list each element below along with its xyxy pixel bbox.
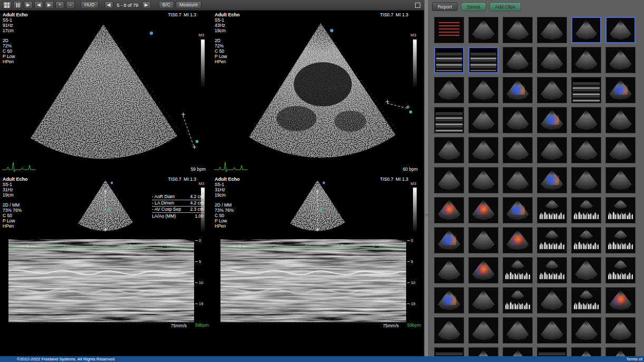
thumbnail[interactable]	[537, 77, 567, 103]
measure-button[interactable]: Measure	[176, 1, 201, 9]
zoom-in-button[interactable]: +	[55, 1, 64, 9]
thumbnail[interactable]	[503, 17, 533, 43]
terms-link[interactable]: Terms of	[626, 357, 642, 361]
thumbnail[interactable]	[434, 137, 464, 163]
thumbnail[interactable]	[571, 17, 601, 43]
thumbnail[interactable]	[503, 107, 533, 133]
thumbnail[interactable]	[605, 17, 636, 43]
thumbnail[interactable]	[434, 17, 464, 43]
thumbnail[interactable]	[537, 287, 567, 314]
thumbnail[interactable]	[571, 287, 601, 314]
thumbnail[interactable]	[468, 347, 498, 356]
thumbnail[interactable]	[434, 167, 464, 193]
thumbnail[interactable]	[468, 317, 498, 344]
thumbnail[interactable]	[605, 137, 636, 163]
thumbnail-image	[573, 259, 600, 282]
thumbnail[interactable]	[434, 317, 464, 344]
thumbnail[interactable]	[503, 137, 533, 163]
gain-label: 73% 76%	[3, 208, 28, 213]
thumbnail[interactable]	[605, 227, 636, 253]
thumbnail[interactable]	[434, 347, 464, 356]
thumbnail[interactable]	[468, 197, 498, 223]
probe-label: Adult Echo	[215, 12, 240, 17]
thumbnail[interactable]	[468, 287, 498, 314]
thumbnail[interactable]	[468, 17, 498, 43]
thumbnail[interactable]	[605, 317, 636, 344]
thumbnail[interactable]	[434, 227, 464, 253]
step-forward-button[interactable]: ▶	[45, 1, 54, 9]
thumbnail[interactable]	[468, 107, 498, 133]
thumbnail[interactable]	[468, 137, 498, 163]
zoom-out-button[interactable]: −	[66, 1, 75, 9]
next-page-button[interactable]: ▶	[142, 1, 151, 9]
report-button[interactable]: Report	[432, 2, 458, 11]
thumbnail[interactable]	[537, 47, 567, 73]
thumbnail[interactable]	[468, 227, 498, 253]
thumbnail[interactable]	[605, 197, 636, 223]
thumbnail[interactable]	[468, 257, 498, 283]
thumbnail[interactable]	[537, 107, 567, 133]
step-back-button[interactable]: ◀	[34, 1, 43, 9]
thumbnail[interactable]	[571, 77, 601, 103]
viewport-1[interactable]: Adult Echo S5-1 91Hz 17cm 2D 72% C 50 P …	[0, 11, 212, 175]
thumbnail[interactable]	[537, 347, 567, 356]
thumbnail[interactable]	[571, 107, 601, 133]
thumbnail[interactable]	[503, 47, 533, 73]
thumbnail[interactable]	[537, 257, 567, 283]
thumbnail[interactable]	[434, 47, 464, 73]
thumbnail[interactable]	[571, 227, 601, 253]
add-clips-button[interactable]: Add Clips	[489, 2, 522, 11]
brightness-contrast-button[interactable]: B/C	[159, 1, 174, 9]
viewport-2[interactable]: Adult Echo S5-1 43Hz 19cm 2D 72% C 50 P …	[212, 11, 424, 175]
thumbnail[interactable]	[503, 257, 533, 283]
panel-splitter[interactable]: ↔	[424, 0, 429, 356]
thumbnail-image	[539, 169, 565, 192]
thumbnail[interactable]	[468, 77, 498, 103]
thumbnail-image	[573, 19, 599, 41]
thumbnail[interactable]	[571, 257, 601, 283]
hud-button[interactable]: HUD	[81, 1, 99, 9]
thumbnail[interactable]	[571, 347, 601, 356]
thumbnail[interactable]	[537, 167, 567, 193]
stress-button[interactable]: Stress	[461, 2, 486, 11]
thumbnail[interactable]	[503, 197, 533, 223]
thumbnail[interactable]	[434, 287, 464, 314]
thumbnail[interactable]	[605, 257, 636, 283]
play-button[interactable]: ▶	[24, 1, 33, 9]
thumbnail[interactable]	[571, 197, 601, 223]
thumbnail[interactable]	[468, 167, 498, 193]
viewport-3[interactable]: Adult Echo S5-1 31Hz 19cm 2D / MM 73% 76…	[0, 175, 212, 356]
thumbnail[interactable]	[605, 77, 636, 103]
thumbnail[interactable]	[571, 317, 601, 344]
thumbnail[interactable]	[468, 47, 498, 73]
thumbnail[interactable]	[571, 137, 601, 163]
thumbnail[interactable]	[503, 317, 533, 344]
thumbnail[interactable]	[571, 47, 601, 73]
pen-label: HPen	[3, 59, 28, 64]
prev-page-button[interactable]: ◀	[104, 1, 113, 9]
thumbnail[interactable]	[605, 107, 636, 133]
thumbnail[interactable]	[605, 47, 636, 73]
thumbnail[interactable]	[605, 167, 636, 193]
thumbnail[interactable]	[503, 227, 533, 253]
thumbnail[interactable]	[503, 167, 533, 193]
pause-button[interactable]	[13, 1, 22, 9]
thumbnail[interactable]	[537, 137, 567, 163]
thumbnail[interactable]	[537, 317, 567, 344]
thumbnail[interactable]	[503, 347, 533, 356]
layout-grid-button[interactable]	[2, 1, 12, 9]
thumbnail[interactable]	[537, 197, 567, 223]
thumbnail[interactable]	[434, 107, 464, 133]
thumbnail[interactable]	[434, 197, 464, 223]
viewport-4[interactable]: Adult Echo S5-1 31Hz 19cm 2D / MM 73% 76…	[212, 175, 424, 356]
thumbnail[interactable]	[434, 257, 464, 283]
thumbnail[interactable]	[605, 287, 636, 314]
fullscreen-button[interactable]	[414, 2, 421, 9]
thumbnail[interactable]	[503, 287, 533, 314]
thumbnail[interactable]	[503, 77, 533, 103]
thumbnail[interactable]	[605, 347, 636, 356]
thumbnail[interactable]	[571, 167, 601, 193]
thumbnail[interactable]	[537, 17, 567, 43]
thumbnail[interactable]	[537, 227, 567, 253]
thumbnail[interactable]	[434, 77, 464, 103]
